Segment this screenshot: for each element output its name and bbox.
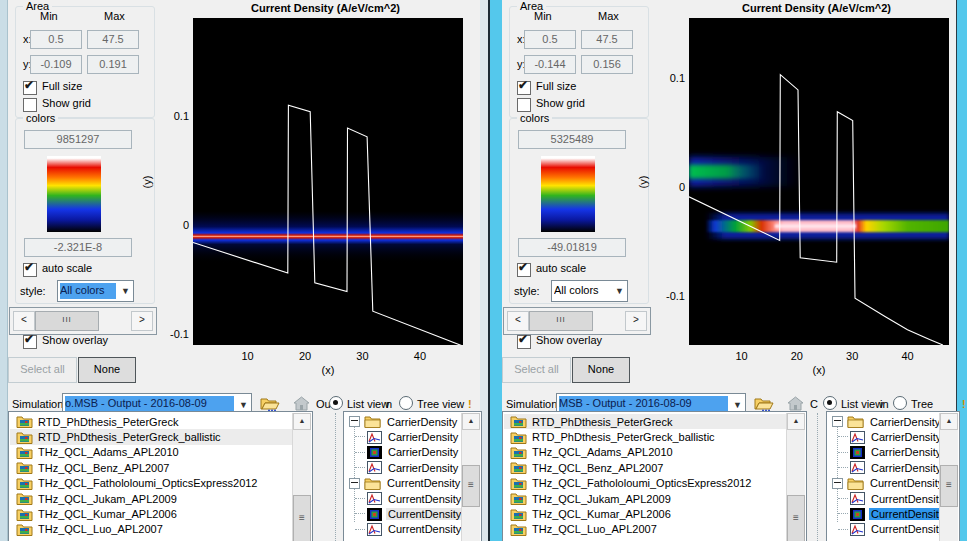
show-grid-checkbox[interactable] (517, 98, 531, 112)
list-item[interactable]: THz_QCL_Luo_APL2007 (504, 522, 786, 537)
tree-item[interactable]: CarrierDensity (346, 445, 462, 460)
list-item[interactable]: THz_QCL_Kumar_APL2006 (10, 506, 292, 521)
list-item[interactable]: THz_QCL_Jukam_APL2009 (504, 491, 786, 506)
tree-group[interactable]: CarrierDensity (829, 414, 940, 429)
y-min-field[interactable]: -0.109 (30, 55, 82, 74)
list-item[interactable]: THz_QCL_Luo_APL2007 (10, 522, 292, 537)
scroll-up-button[interactable]: ▲ (787, 413, 805, 430)
scrollbar-thumb[interactable]: ≡ (462, 465, 480, 507)
list-item[interactable]: THz_QCL_Fathololoumi_OpticsExpress2012 (504, 476, 786, 491)
scrollbar-thumb[interactable]: III (35, 311, 99, 331)
color-max-value[interactable]: 5325489 (518, 130, 626, 149)
tree-scrollbar[interactable]: ▲ ≡ (461, 413, 480, 541)
scroll-up-button[interactable]: ▲ (293, 413, 311, 430)
full-size-checkbox[interactable]: ✔ (517, 81, 531, 95)
tree-view-radio[interactable] (399, 396, 413, 410)
list-scrollbar[interactable]: ▲ ≡ (292, 413, 311, 541)
full-size-checkbox[interactable]: ✔ (23, 81, 37, 95)
list-item[interactable]: THz_QCL_Benz_APL2007 (10, 460, 292, 475)
scrollbar-thumb[interactable]: III (529, 311, 593, 331)
x-tick-label: 10 (233, 350, 263, 362)
list-item[interactable]: RTD_PhDthesis_PeterGreck_ballistic (504, 429, 786, 444)
simulation-folder-icon (16, 508, 33, 521)
scroll-right-button[interactable]: > (131, 311, 153, 331)
tree-item[interactable]: CurrentDensity (346, 522, 462, 537)
horizontal-scrollbar[interactable]: < III > (9, 307, 157, 335)
style-combo[interactable]: All colors ▼ (57, 280, 134, 302)
list-view-radio[interactable] (823, 396, 837, 410)
chevron-down-icon[interactable]: ▼ (612, 281, 627, 301)
scroll-up-button[interactable]: ▲ (462, 413, 480, 430)
tree-item[interactable]: CurrentDensity (829, 491, 940, 506)
heatmap-plot[interactable] (193, 18, 463, 345)
color-max-value[interactable]: 9851297 (24, 130, 132, 149)
x-max-field[interactable]: 47.5 (87, 30, 139, 49)
list-scrollbar[interactable]: ▲ ≡ (786, 413, 805, 541)
list-tree-splitter[interactable] (817, 413, 818, 541)
scroll-left-button[interactable]: < (13, 311, 35, 331)
y-max-field[interactable]: 0.191 (87, 55, 139, 74)
list-item[interactable]: THz_QCL_Adams_APL2010 (504, 445, 786, 460)
scrollbar-thumb[interactable]: ≡ (940, 465, 958, 507)
list-item[interactable]: THz_QCL_Adams_APL2010 (10, 445, 292, 460)
tree-item[interactable]: CurrentDensity (829, 506, 940, 521)
tree-group[interactable]: CarrierDensity (346, 414, 462, 429)
auto-scale-checkbox[interactable]: ✔ (517, 263, 531, 277)
scroll-left-button[interactable]: < (507, 311, 529, 331)
horizontal-scrollbar[interactable]: < III > (503, 307, 651, 335)
tree-item[interactable]: CarrierDensity (346, 429, 462, 444)
color-min-value[interactable]: -49.01819 (518, 238, 626, 257)
list-item[interactable]: THz_QCL_Kumar_APL2006 (504, 506, 786, 521)
y-max-field[interactable]: 0.156 (581, 55, 633, 74)
tree-item[interactable]: CarrierDensity (346, 460, 462, 475)
list-item[interactable]: RTD_PhDthesis_PeterGreck_ballistic (10, 429, 292, 444)
tree-collapse-toggle[interactable] (832, 478, 843, 489)
heatmap-plot[interactable] (689, 18, 949, 345)
tree-collapse-toggle[interactable] (349, 416, 360, 427)
show-overlay-checkbox[interactable]: ✔ (517, 335, 531, 349)
tree-item[interactable]: CarrierDensity (829, 445, 940, 460)
tree-item[interactable]: CarrierDensity (829, 429, 940, 444)
tree-collapse-toggle[interactable] (349, 478, 360, 489)
list-item[interactable]: THz_QCL_Jukam_APL2009 (10, 491, 292, 506)
x-min-field[interactable]: 0.5 (30, 30, 82, 49)
tree-view-radio[interactable] (893, 396, 907, 410)
list-view-radio[interactable] (329, 396, 343, 410)
scrollbar-thumb[interactable]: ≡ (293, 495, 311, 541)
tree-scrollbar[interactable]: ▲ ≡ (939, 413, 958, 541)
style-combo[interactable]: All colors ▼ (551, 280, 628, 302)
list-item[interactable]: RTD_PhDthesis_PeterGreck (504, 414, 786, 429)
tree-collapse-toggle[interactable] (832, 416, 843, 427)
list-tree-splitter[interactable] (335, 413, 336, 541)
auto-scale-checkbox[interactable]: ✔ (23, 263, 37, 277)
y-tick-label: -0.1 (157, 328, 189, 340)
x-max-field[interactable]: 47.5 (581, 30, 633, 49)
scrollbar-thumb[interactable]: ≡ (787, 495, 805, 541)
color-min-value[interactable]: -2.321E-8 (24, 238, 132, 257)
select-all-button[interactable]: Select all (502, 357, 571, 383)
tree-item[interactable]: CarrierDensity (829, 460, 940, 475)
show-overlay-checkbox[interactable]: ✔ (23, 335, 37, 349)
scroll-right-button[interactable]: > (625, 311, 647, 331)
none-button[interactable]: None (78, 357, 136, 383)
y-min-field[interactable]: -0.144 (524, 55, 576, 74)
tree-group[interactable]: CurrentDensity (829, 476, 940, 491)
chevron-down-icon[interactable]: ▼ (118, 281, 133, 301)
tree-item[interactable]: CurrentDensity (829, 522, 940, 537)
select-all-button[interactable]: Select all (8, 357, 77, 383)
list-item[interactable]: THz_QCL_Fathololoumi_OpticsExpress2012 (10, 476, 292, 491)
tree-item[interactable]: CurrentDensity (346, 506, 462, 521)
x-tick-label: 30 (837, 350, 867, 362)
list-item[interactable]: THz_QCL_Benz_APL2007 (504, 460, 786, 475)
list-item[interactable]: RTD_PhDthesis_PeterGreck (10, 414, 292, 429)
heatmap-icon (850, 446, 865, 459)
x-min-field[interactable]: 0.5 (524, 30, 576, 49)
scroll-up-button[interactable]: ▲ (940, 413, 958, 430)
tree-group-label: CurrentDensity (868, 477, 940, 489)
show-grid-checkbox[interactable] (23, 98, 37, 112)
text-fragment: C (810, 398, 818, 410)
tree-item[interactable]: CurrentDensity (346, 491, 462, 506)
none-button[interactable]: None (572, 357, 630, 383)
tree-group[interactable]: CurrentDensity (346, 476, 462, 491)
tree-group-label: CarrierDensity (868, 416, 940, 428)
